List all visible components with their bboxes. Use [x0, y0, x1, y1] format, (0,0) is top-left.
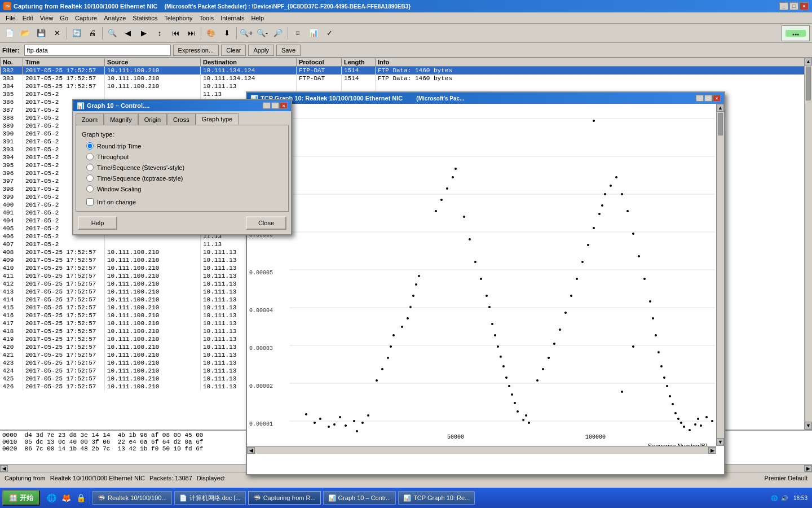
toolbar-last[interactable]: ⏭: [184, 26, 198, 41]
window-controls[interactable]: _ □ ×: [779, 2, 809, 10]
menu-help[interactable]: Help: [248, 14, 267, 23]
dialog-maximize-btn[interactable]: □: [271, 102, 279, 109]
filter-input[interactable]: [24, 45, 171, 56]
tab-magnify[interactable]: Magnify: [104, 113, 138, 125]
svg-point-37: [454, 168, 457, 170]
menu-capture[interactable]: Capture: [72, 14, 100, 23]
taskbar-icon-graph-ctrl: 📊: [328, 494, 336, 502]
tcp-window-controls[interactable]: _ □ ×: [696, 95, 721, 102]
radio-round-trip[interactable]: Round-trip Time: [86, 142, 283, 150]
col-info[interactable]: Info: [376, 58, 812, 67]
toolbar-colorize[interactable]: 🎨: [204, 26, 218, 41]
quicklaunch-ie[interactable]: 🌐: [45, 491, 58, 505]
col-len[interactable]: Length: [342, 58, 376, 67]
scroll-down-btn[interactable]: ▼: [805, 422, 812, 430]
maximize-btn[interactable]: □: [789, 2, 798, 10]
radio-time-seq-tcptrace[interactable]: Time/Sequence (tcptrace-style): [86, 174, 283, 182]
scroll-left-btn[interactable]: ◀: [0, 465, 8, 472]
toolbar-close[interactable]: ✕: [50, 26, 64, 41]
toolbar-find[interactable]: 🔍: [105, 26, 120, 41]
graph-scroll-right[interactable]: ▶: [708, 447, 716, 454]
quicklaunch-security[interactable]: 🔒: [74, 491, 87, 505]
scroll-thumb[interactable]: [806, 67, 811, 100]
col-time[interactable]: Time: [23, 58, 105, 67]
init-on-change-checkbox[interactable]: Init on change: [86, 198, 283, 205]
toolbar-new[interactable]: 📄: [2, 26, 17, 41]
tcp-close-btn[interactable]: ×: [713, 95, 721, 102]
svg-point-62: [564, 312, 567, 314]
menu-go[interactable]: Go: [56, 14, 72, 23]
help-button[interactable]: Help: [78, 216, 117, 230]
tcp-maximize-btn[interactable]: □: [704, 95, 712, 102]
tab-zoom[interactable]: Zoom: [76, 113, 104, 125]
toolbar-first[interactable]: ⏮: [168, 26, 183, 41]
start-button[interactable]: 🪟 开始: [2, 490, 40, 506]
toolbar-back[interactable]: ◀: [121, 26, 135, 41]
toolbar-graph[interactable]: 📊: [306, 26, 321, 41]
menu-internals[interactable]: Internals: [217, 14, 248, 23]
toolbar-go[interactable]: ↕: [152, 26, 167, 41]
toolbar-forward[interactable]: ▶: [136, 26, 151, 41]
taskbar-item-realtek[interactable]: 🦈 Realtek 10/100/100...: [92, 491, 172, 505]
table-row[interactable]: 3842017-05-25 17:52:5710.111.100.21010.1…: [1, 82, 812, 90]
table-row[interactable]: 3822017-05-25 17:52:5710.111.100.21010.1…: [1, 67, 812, 75]
toolbar-open[interactable]: 📂: [18, 26, 33, 41]
taskbar-label-tcp-graph: TCP Graph 10: Re...: [413, 494, 470, 501]
col-no[interactable]: No.: [1, 58, 23, 67]
toolbar-reload[interactable]: 🔄: [69, 26, 84, 41]
menu-statistics[interactable]: Statistics: [129, 14, 161, 23]
apply-btn[interactable]: Apply: [248, 45, 274, 56]
menu-edit[interactable]: Edit: [19, 14, 37, 23]
svg-point-36: [452, 176, 454, 178]
graph-h-scrollbar[interactable]: ◀ ▶: [247, 446, 716, 454]
tab-cross[interactable]: Cross: [167, 113, 196, 125]
menu-telephony[interactable]: Telephony: [161, 14, 196, 23]
taskbar-item-capture[interactable]: 🦈 Capturing from R...: [248, 491, 321, 505]
dialog-close-btn[interactable]: ×: [280, 102, 288, 109]
tab-graph-type[interactable]: Graph type: [196, 113, 239, 125]
toolbar-checksum[interactable]: ✓: [322, 26, 337, 41]
col-dst[interactable]: Destination: [201, 58, 297, 67]
taskbar-item-graph-ctrl[interactable]: 📊 Graph 10 – Contr...: [323, 491, 396, 505]
svg-point-63: [570, 295, 572, 297]
save-btn[interactable]: Save: [276, 45, 301, 56]
toolbar-save[interactable]: 💾: [34, 26, 48, 41]
scroll-up-btn[interactable]: ▲: [805, 58, 812, 65]
col-src[interactable]: Source: [105, 58, 201, 67]
tcp-minimize-btn[interactable]: _: [696, 95, 704, 102]
graph-scroll-thumb[interactable]: [718, 113, 723, 135]
graph-scroll-up[interactable]: ▲: [717, 104, 724, 112]
dialog-controls[interactable]: _ □ ×: [263, 102, 288, 109]
tab-origin[interactable]: Origin: [138, 113, 167, 125]
radio-time-seq-stevens[interactable]: Time/Sequence (Stevens'-style): [86, 164, 283, 171]
table-row[interactable]: 3832017-05-25 17:52:5710.111.100.21010.1…: [1, 75, 812, 82]
dialog-minimize-btn[interactable]: _: [263, 102, 271, 109]
quicklaunch-browser[interactable]: 🦊: [59, 491, 73, 505]
graph-v-scrollbar[interactable]: ▲ ▼: [716, 104, 724, 446]
graph-scroll-left[interactable]: ◀: [247, 447, 255, 454]
taskbar-item-tcp-graph[interactable]: 📊 TCP Graph 10: Re...: [398, 491, 475, 505]
graph-scroll-down[interactable]: ▼: [717, 438, 724, 446]
radio-throughput[interactable]: Throughput: [86, 153, 283, 160]
close-btn[interactable]: ×: [800, 2, 809, 10]
menu-tools[interactable]: Tools: [196, 14, 218, 23]
toolbar-resize-cols[interactable]: ≡: [290, 26, 305, 41]
toolbar: 📄 📂 💾 ✕ 🔄 🖨 🔍 ◀ ▶ ↕ ⏮ ⏭ 🎨 ⬇ 🔍+ 🔍- 🔎 ≡ 📊 …: [0, 24, 812, 43]
toolbar-print[interactable]: 🖨: [85, 26, 100, 41]
close-button[interactable]: Close: [246, 216, 286, 230]
toolbar-zoom-out[interactable]: 🔍-: [255, 26, 270, 41]
clear-btn[interactable]: Clear: [221, 45, 246, 56]
vertical-scrollbar[interactable]: ▲ ▼: [804, 58, 812, 430]
taskbar-item-doc[interactable]: 📄 计算机网络.doc [...: [174, 491, 246, 505]
toolbar-zoom-in[interactable]: 🔍+: [239, 26, 254, 41]
minimize-btn[interactable]: _: [779, 2, 788, 10]
menu-file[interactable]: File: [2, 14, 19, 23]
menu-analyze[interactable]: Analyze: [100, 14, 129, 23]
scroll-right-btn[interactable]: ▶: [804, 465, 812, 472]
radio-window-scaling[interactable]: Window Scaling: [86, 185, 283, 192]
toolbar-zoom-reset[interactable]: 🔎: [271, 26, 285, 41]
toolbar-autoscroll[interactable]: ⬇: [219, 26, 234, 41]
col-proto[interactable]: Protocol: [297, 58, 342, 67]
expression-btn[interactable]: Expression...: [173, 45, 219, 56]
menu-view[interactable]: View: [37, 14, 57, 23]
